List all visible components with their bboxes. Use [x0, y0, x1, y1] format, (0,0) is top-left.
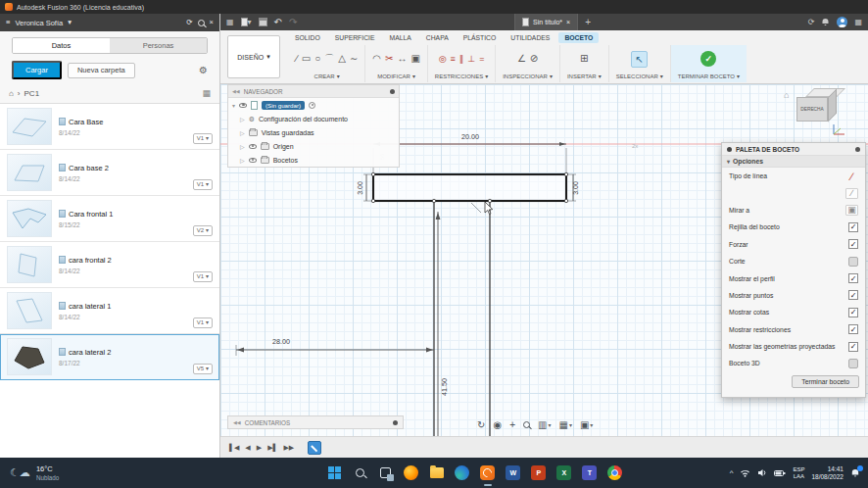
- version-badge[interactable]: V5▾: [193, 364, 213, 374]
- tab-utilidades[interactable]: UTILIDADES: [505, 32, 555, 43]
- notifications-icon[interactable]: [850, 468, 860, 478]
- look-at-icon[interactable]: ▣: [845, 205, 858, 216]
- collinear-constraint-icon[interactable]: ≡: [451, 55, 456, 64]
- insert-icon[interactable]: ⊞: [580, 54, 588, 64]
- new-folder-button[interactable]: Nueva carpeta: [68, 63, 135, 78]
- user-dropdown[interactable]: Veronica Sofía: [15, 19, 63, 27]
- tab-malla[interactable]: MALLA: [383, 32, 416, 43]
- group-label-seleccionar[interactable]: SELECCIONAR▾: [616, 73, 663, 79]
- group-label-terminar-boceto[interactable]: TERMINAR BOCETO▾: [678, 73, 740, 79]
- list-item[interactable]: Cara base 2 8/14/22 V1▾: [0, 150, 219, 196]
- weather-widget[interactable]: ☾☁ 16°C Nublado: [0, 464, 220, 481]
- list-item[interactable]: Cara frontal 1 8/15/22 V2▾: [0, 196, 219, 242]
- measure-icon[interactable]: ∠: [517, 54, 526, 64]
- taskbar-app-powerpoint[interactable]: P: [530, 464, 547, 481]
- taskbar-search-button[interactable]: [352, 464, 368, 481]
- show-constraints-checkbox[interactable]: ✓: [848, 324, 858, 334]
- sketch-grid-checkbox[interactable]: ✓: [848, 222, 858, 232]
- trim-icon[interactable]: ✂: [385, 54, 393, 64]
- tab-personas[interactable]: Personas: [110, 38, 207, 53]
- section-analysis-icon[interactable]: ⊘: [530, 54, 538, 64]
- menu-icon[interactable]: ≡: [6, 19, 10, 26]
- group-label-insertar[interactable]: INSERTAR▾: [567, 73, 602, 79]
- show-profile-checkbox[interactable]: ✓: [848, 273, 858, 283]
- home-view-icon[interactable]: ⌂: [784, 90, 789, 100]
- workspace-selector[interactable]: DISEÑO ▾: [227, 35, 280, 78]
- view-cube[interactable]: ⌂ DERECHA: [786, 88, 850, 135]
- navigator-header[interactable]: ◀◀ NAVEGADOR: [228, 85, 399, 98]
- comment-bubble-icon[interactable]: [393, 420, 398, 425]
- clock[interactable]: 14:41 18/08/2022: [811, 465, 844, 481]
- battery-icon[interactable]: [774, 469, 786, 477]
- circle-icon[interactable]: ○: [314, 54, 320, 64]
- look-at-icon[interactable]: ◉: [493, 420, 502, 430]
- close-panel-icon[interactable]: ×: [210, 19, 214, 26]
- perpendicular-constraint-icon[interactable]: ⊥: [467, 55, 475, 64]
- expand-icon[interactable]: ▷: [240, 129, 245, 136]
- taskbar-app-firefox[interactable]: [403, 464, 419, 481]
- step-back-button[interactable]: ◀: [245, 444, 250, 451]
- show-points-checkbox[interactable]: ✓: [848, 290, 858, 300]
- equal-constraint-icon[interactable]: =: [479, 55, 484, 64]
- sketch-point[interactable]: [564, 199, 567, 202]
- tab-boceto[interactable]: BOCETO: [558, 32, 599, 43]
- display-settings-dropdown[interactable]: ▥▾: [538, 419, 551, 430]
- view-toggle-icon[interactable]: ▦: [202, 89, 211, 98]
- parallel-constraint-icon[interactable]: ∥: [459, 55, 464, 64]
- visibility-eye-icon[interactable]: [239, 103, 247, 108]
- navigator-item-settings[interactable]: ▷ ⚙ Configuración del documento: [228, 112, 399, 125]
- tab-solido[interactable]: SOLIDO: [289, 32, 326, 43]
- sketch-rectangle[interactable]: [373, 174, 566, 201]
- view-cube-front-face[interactable]: DERECHA: [796, 97, 828, 122]
- view-cube-top-face[interactable]: [805, 88, 845, 97]
- wifi-icon[interactable]: [740, 468, 750, 477]
- tab-superficie[interactable]: SUPERFICIE: [329, 32, 381, 43]
- grid-settings-dropdown[interactable]: ▦▾: [558, 419, 571, 430]
- list-item[interactable]: Cara Base 8/14/22 V1▾: [0, 104, 219, 150]
- snap-checkbox[interactable]: ✓: [848, 239, 858, 249]
- taskbar-app-excel[interactable]: X: [555, 464, 572, 481]
- offset-icon[interactable]: ▣: [410, 54, 419, 64]
- visibility-eye-icon[interactable]: [249, 158, 257, 163]
- home-icon[interactable]: ⌂: [9, 90, 14, 98]
- collapse-icon[interactable]: ▾: [232, 102, 235, 109]
- viewports-dropdown[interactable]: ▣▾: [580, 419, 593, 430]
- step-forward-button[interactable]: ▶▌: [267, 444, 277, 451]
- sketch-point[interactable]: [432, 199, 435, 202]
- sketch-point[interactable]: [488, 199, 491, 202]
- expand-icon[interactable]: ▷: [240, 157, 245, 164]
- taskbar-app-chrome[interactable]: [606, 464, 623, 481]
- taskbar-app-word[interactable]: W: [505, 464, 521, 481]
- sketch-3d-checkbox[interactable]: [848, 359, 858, 368]
- taskbar-app-file-explorer[interactable]: [428, 464, 445, 481]
- dimension-right[interactable]: 3.00: [572, 181, 579, 195]
- options-section-header[interactable]: ▾ Opciones: [722, 156, 865, 168]
- upload-button[interactable]: Cargar: [12, 61, 62, 79]
- slice-checkbox[interactable]: [848, 257, 858, 267]
- list-item[interactable]: cara lateral 1 8/14/22 V1▾: [0, 288, 219, 334]
- apps-grid-icon[interactable]: ▦: [854, 19, 862, 26]
- group-label-restricciones[interactable]: RESTRICCIONES▾: [435, 73, 488, 79]
- navigator-item-origin[interactable]: ▷ Origen: [228, 139, 399, 153]
- group-label-inspeccionar[interactable]: INSPECCIONAR▾: [503, 73, 553, 79]
- construction-line-icon[interactable]: ∕: [845, 188, 858, 199]
- document-tab[interactable]: Sin título* ×: [514, 14, 578, 30]
- coincident-constraint-icon[interactable]: ◎: [439, 55, 447, 64]
- arc-icon[interactable]: ⌒: [324, 54, 334, 64]
- show-projected-geometry-checkbox[interactable]: ✓: [848, 342, 858, 352]
- dimension-vertical[interactable]: 41.50: [440, 378, 449, 396]
- orbit-icon[interactable]: ↻: [477, 420, 485, 430]
- line-icon[interactable]: ∕: [296, 54, 298, 64]
- go-to-start-button[interactable]: ▌◀: [229, 444, 239, 451]
- search-icon[interactable]: [198, 20, 205, 26]
- collapse-panel-icon[interactable]: ◀◀: [233, 419, 241, 425]
- version-badge[interactable]: V1▾: [193, 179, 213, 190]
- dimension-top[interactable]: 20.00: [461, 132, 479, 141]
- panel-handle-icon[interactable]: [390, 89, 395, 94]
- expand-icon[interactable]: ▷: [240, 143, 245, 150]
- tab-chapa[interactable]: CHAPA: [420, 32, 455, 43]
- show-dimensions-checkbox[interactable]: ✓: [848, 308, 858, 317]
- sketch-point[interactable]: [371, 172, 374, 175]
- file-menu-icon[interactable]: ▾: [241, 18, 252, 26]
- redo-icon[interactable]: ↷: [289, 18, 297, 27]
